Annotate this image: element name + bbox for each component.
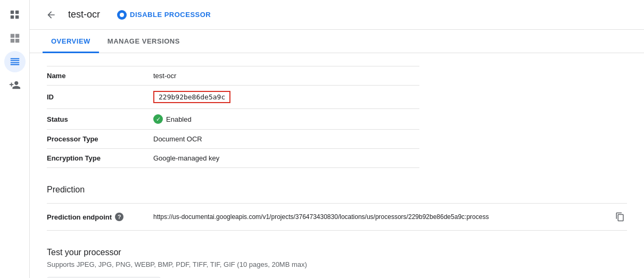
sidebar	[0, 0, 30, 278]
svg-rect-0	[10, 11, 13, 14]
content-area: Name test-ocr ID 229b92be86de5a9c Status…	[30, 53, 644, 278]
disable-processor-button[interactable]: DISABLE PROCESSOR	[117, 10, 211, 20]
prediction-endpoint-label: Prediction endpoint ?	[47, 213, 153, 221]
id-value: 229b92be86de5a9c	[153, 91, 230, 103]
name-value: test-ocr	[153, 72, 176, 80]
status-text: Enabled	[166, 115, 192, 123]
copy-url-button[interactable]	[613, 210, 627, 224]
processor-type-value: Document OCR	[153, 135, 202, 143]
svg-rect-3	[15, 15, 18, 19]
svg-rect-1	[10, 15, 13, 19]
prediction-endpoint-row: Prediction endpoint ? https://us-documen…	[47, 203, 627, 231]
table-row: ID 229b92be86de5a9c	[47, 86, 419, 109]
table-row: Name test-ocr	[47, 66, 419, 86]
table-row: Status ✓ Enabled	[47, 109, 419, 130]
id-box: 229b92be86de5a9c	[153, 91, 230, 103]
svg-rect-2	[15, 11, 18, 14]
page-title: test-ocr	[68, 9, 100, 20]
name-label: Name	[47, 72, 153, 80]
tab-overview[interactable]: OVERVIEW	[43, 30, 99, 53]
info-table: Name test-ocr ID 229b92be86de5a9c Status…	[47, 66, 419, 168]
disable-processor-label: DISABLE PROCESSOR	[130, 11, 211, 19]
processor-type-label: Processor Type	[47, 135, 153, 143]
test-section: Test your processor Supports JPEG, JPG, …	[47, 248, 627, 278]
back-button[interactable]	[43, 6, 60, 23]
encryption-type-label: Encryption Type	[47, 154, 153, 162]
test-section-title: Test your processor	[47, 248, 627, 257]
status-value: ✓ Enabled	[153, 114, 192, 124]
table-rows-icon[interactable]	[4, 51, 26, 72]
dashboard-icon[interactable]	[4, 28, 26, 49]
id-label: ID	[47, 93, 153, 101]
table-row: Processor Type Document OCR	[47, 130, 419, 149]
enabled-check-icon: ✓	[153, 114, 163, 124]
topbar: test-ocr DISABLE PROCESSOR	[30, 0, 644, 30]
prediction-section: Prediction Prediction endpoint ? https:/…	[47, 185, 627, 231]
person-add-icon[interactable]	[4, 74, 26, 96]
encryption-type-value: Google-managed key	[153, 154, 219, 162]
test-section-subtitle: Supports JPEG, JPG, PNG, WEBP, BMP, PDF,…	[47, 260, 627, 268]
processor-status-icon	[117, 10, 127, 20]
help-icon[interactable]: ?	[115, 213, 123, 221]
tab-manage-versions[interactable]: MANAGE VERSIONS	[99, 30, 188, 53]
main-panel: test-ocr DISABLE PROCESSOR OVERVIEW MANA…	[30, 0, 644, 278]
status-label: Status	[47, 115, 153, 123]
prediction-section-title: Prediction	[47, 185, 627, 195]
table-row: Encryption Type Google-managed key	[47, 149, 419, 168]
tabs-bar: OVERVIEW MANAGE VERSIONS	[30, 30, 644, 53]
prediction-endpoint-url: https://us-documentai.googleapis.com/v1/…	[153, 213, 609, 221]
document-list-icon[interactable]	[4, 4, 26, 26]
